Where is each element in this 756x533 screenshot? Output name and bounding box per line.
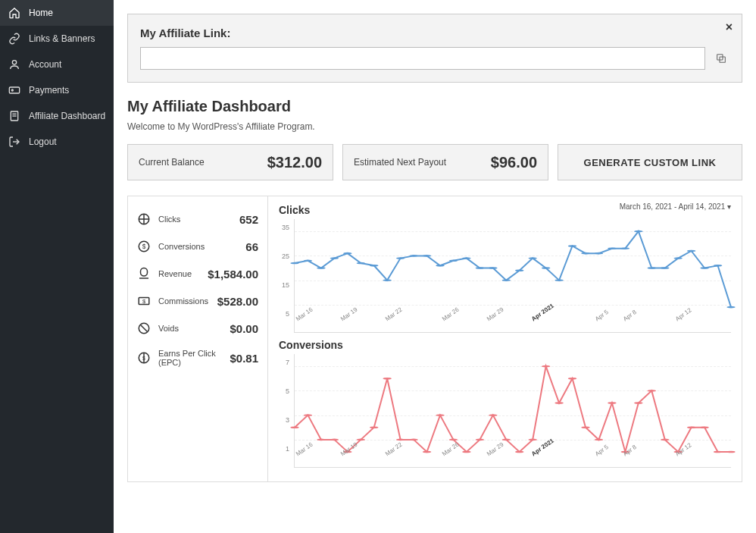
- svg-point-51: [726, 306, 736, 309]
- svg-point-44: [634, 230, 643, 233]
- stat-commissions: $Commissions $528.00: [137, 287, 258, 315]
- epc-icon: $: [137, 351, 151, 365]
- svg-text:$: $: [142, 243, 146, 250]
- stat-value: $528.00: [217, 295, 258, 308]
- sidebar: Home Links & Banners Account Payments Af…: [0, 0, 114, 533]
- svg-point-20: [317, 267, 326, 269]
- sidebar-item-account[interactable]: Account: [0, 52, 114, 77]
- svg-point-38: [555, 279, 564, 281]
- y-axis: 7531: [279, 354, 294, 468]
- welcome-text: Welcome to My WordPress's Affiliate Prog…: [127, 121, 742, 132]
- svg-point-24: [370, 265, 379, 267]
- current-balance-value: $312.00: [267, 154, 322, 171]
- svg-point-37: [542, 267, 551, 269]
- svg-point-35: [515, 269, 524, 271]
- voids-icon: [137, 321, 151, 335]
- svg-point-18: [290, 262, 299, 265]
- logout-icon: [8, 135, 21, 149]
- copy-icon[interactable]: [713, 50, 729, 67]
- page-title: My Affiliate Dashboard: [127, 98, 742, 115]
- conversions-icon: $: [137, 240, 151, 253]
- chart-plot: Mar 16Mar 19Mar 22Mar 26Mar 29Apr 2021Ap…: [294, 354, 731, 468]
- svg-point-28: [423, 255, 432, 257]
- svg-point-45: [648, 267, 657, 269]
- clicks-chart: Clicks 3525155 Mar 16Mar 19Mar 22Mar 26M…: [279, 204, 731, 333]
- svg-point-80: [661, 439, 670, 441]
- svg-point-52: [290, 426, 299, 428]
- affiliate-link-panel: × My Affiliate Link:: [127, 14, 742, 83]
- sidebar-item-affiliate-dashboard[interactable]: Affiliate Dashboard: [0, 103, 114, 129]
- svg-point-31: [462, 257, 471, 259]
- revenue-icon: [137, 267, 151, 281]
- sidebar-item-links-banners[interactable]: Links & Banners: [0, 26, 114, 52]
- svg-point-23: [357, 262, 366, 265]
- svg-point-68: [502, 439, 511, 441]
- svg-point-74: [581, 426, 590, 428]
- svg-text:$: $: [142, 298, 146, 305]
- svg-point-43: [621, 247, 630, 249]
- svg-point-40: [581, 252, 590, 255]
- svg-point-61: [409, 439, 418, 441]
- current-balance-label: Current Balance: [139, 157, 205, 168]
- sidebar-item-logout[interactable]: Logout: [0, 129, 114, 155]
- svg-point-60: [396, 439, 405, 441]
- svg-point-63: [436, 414, 445, 416]
- stat-label: Revenue: [158, 269, 192, 278]
- chevron-down-icon: ▾: [727, 202, 731, 211]
- svg-point-76: [608, 402, 617, 404]
- user-icon: [8, 58, 21, 71]
- svg-point-41: [595, 252, 604, 255]
- svg-point-79: [648, 390, 657, 392]
- stat-epc: $Earns Per Click (EPC) $0.81: [137, 342, 258, 374]
- stat-value: $1,584.00: [208, 268, 258, 281]
- y-axis: 3525155: [279, 219, 294, 333]
- svg-point-59: [383, 378, 392, 380]
- charts-column: March 16, 2021 - April 14, 2021 ▾ Clicks…: [268, 196, 742, 481]
- svg-line-15: [141, 325, 148, 332]
- current-balance-box: Current Balance $312.00: [127, 144, 333, 180]
- commissions-icon: $: [137, 294, 151, 308]
- svg-point-58: [370, 426, 379, 428]
- svg-point-75: [595, 439, 604, 441]
- svg-point-48: [687, 250, 696, 252]
- svg-point-78: [634, 402, 643, 404]
- svg-point-29: [436, 265, 445, 267]
- date-range-picker[interactable]: March 16, 2021 - April 14, 2021 ▾: [620, 202, 731, 211]
- svg-point-67: [489, 414, 498, 416]
- svg-point-19: [304, 260, 313, 262]
- sidebar-item-payments[interactable]: Payments: [0, 77, 114, 103]
- stat-value: 66: [245, 240, 258, 253]
- next-payout-value: $96.00: [491, 154, 537, 171]
- svg-point-55: [330, 439, 339, 441]
- affiliate-link-input[interactable]: [140, 47, 705, 70]
- svg-point-73: [568, 378, 577, 380]
- generate-custom-link-button[interactable]: GENERATE CUSTOM LINK: [558, 144, 742, 180]
- svg-rect-1: [9, 87, 19, 93]
- svg-point-42: [608, 247, 617, 249]
- stat-label: Clicks: [158, 215, 180, 224]
- svg-point-82: [687, 426, 696, 428]
- close-icon[interactable]: ×: [726, 20, 733, 34]
- home-icon: [8, 6, 21, 20]
- chart-plot: Mar 16Mar 19Mar 22Mar 26Mar 29Apr 2021Ap…: [294, 219, 731, 333]
- sidebar-item-label: Account: [29, 59, 61, 70]
- svg-point-39: [568, 245, 577, 247]
- stat-revenue: Revenue $1,584.00: [137, 260, 258, 287]
- conversions-chart: Conversions 7531 Mar 16Mar 19Mar 22Mar 2…: [279, 339, 731, 468]
- svg-point-36: [528, 257, 537, 259]
- svg-point-32: [476, 267, 485, 269]
- svg-point-46: [661, 267, 670, 269]
- sidebar-item-label: Logout: [29, 136, 57, 147]
- sidebar-item-label: Affiliate Dashboard: [29, 111, 105, 121]
- stat-label: Commissions: [158, 296, 208, 306]
- sidebar-item-label: Links & Banners: [29, 33, 95, 44]
- stat-label: Voids: [158, 324, 179, 333]
- stat-value: $0.81: [230, 352, 258, 365]
- svg-point-27: [409, 255, 418, 257]
- svg-point-0: [12, 61, 16, 64]
- sidebar-item-home[interactable]: Home: [0, 0, 114, 26]
- stat-label: Conversions: [158, 242, 205, 251]
- main-content: × My Affiliate Link: My Affiliate Dashbo…: [114, 0, 756, 533]
- svg-point-70: [528, 439, 537, 441]
- svg-point-30: [449, 260, 458, 262]
